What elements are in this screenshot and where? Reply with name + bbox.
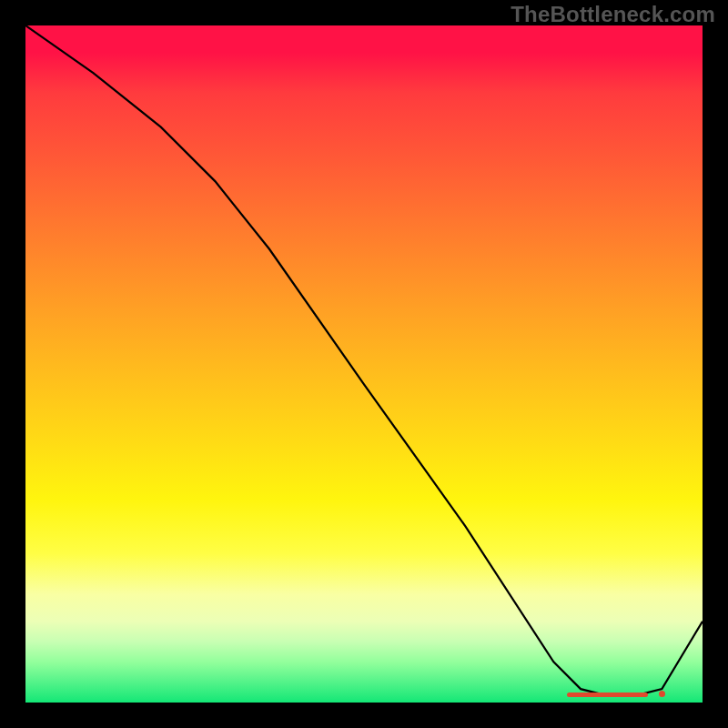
- chart-frame: TheBottleneck.com: [0, 0, 728, 728]
- watermark-text: TheBottleneck.com: [511, 2, 715, 27]
- plot-area: [25, 25, 703, 703]
- curve-path: [25, 25, 703, 696]
- curve-svg: [25, 25, 703, 703]
- valley-dot: [659, 691, 665, 697]
- valley-bar: [567, 693, 648, 697]
